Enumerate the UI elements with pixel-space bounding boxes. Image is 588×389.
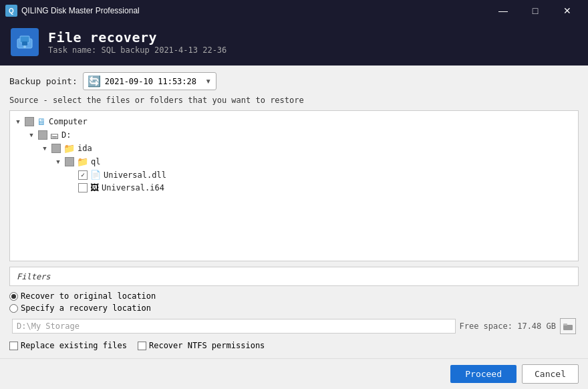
expand-computer[interactable]: ▼ xyxy=(13,116,23,127)
drive-icon: 🖴 xyxy=(50,130,59,140)
file-icon-i64: 🖼 xyxy=(90,182,99,192)
expand-ql[interactable]: ▼ xyxy=(53,156,63,167)
svg-rect-2 xyxy=(22,41,27,45)
filters-section: Filters xyxy=(9,267,579,286)
tree-row-universal-dll: 📄 Universal.dll xyxy=(13,168,575,181)
app-name: QILING Disk Master Professional xyxy=(21,6,140,15)
filters-label: Filters xyxy=(17,272,51,281)
svg-rect-4 xyxy=(563,325,573,330)
checkbox-ntfs-label: Recover NTFS permissions xyxy=(149,341,265,350)
checkbox-row: Replace existing files Recover NTFS perm… xyxy=(9,340,579,352)
close-button[interactable]: ✕ xyxy=(552,0,583,21)
svg-point-3 xyxy=(23,45,26,48)
tree-label-universal-dll: Universal.dll xyxy=(104,170,166,180)
checkbox-universal-dll[interactable] xyxy=(78,170,88,180)
radio-specify-label: Specify a recovery location xyxy=(21,303,151,313)
app-icon: Q xyxy=(5,5,17,17)
tree-label-ql: ql xyxy=(91,157,100,166)
proceed-button[interactable]: Proceed xyxy=(450,365,517,383)
recovery-options: Recover to original location Specify a r… xyxy=(9,291,579,313)
computer-icon: 🖥 xyxy=(37,116,46,127)
maximize-button[interactable]: □ xyxy=(520,0,551,21)
tree-label-d: D: xyxy=(61,130,71,140)
checkbox-ql[interactable] xyxy=(65,157,74,166)
expand-ida[interactable]: ▼ xyxy=(39,143,50,154)
minimize-button[interactable]: — xyxy=(488,0,519,21)
check-item-replace: Replace existing files xyxy=(9,341,127,350)
chevron-down-icon: ▼ xyxy=(205,78,212,85)
svg-rect-5 xyxy=(563,323,567,326)
radio-row-original: Recover to original location xyxy=(9,291,579,301)
path-row: Free space: 17.48 GB xyxy=(9,318,579,334)
header-icon xyxy=(11,28,39,56)
tree-label-universal-i64: Universal.i64 xyxy=(102,183,164,192)
tree-row-ql: ▼ 📁 ql xyxy=(13,155,575,168)
backup-point-row: Backup point: 🔄 2021-09-10 11:53:28 ▼ xyxy=(9,72,579,90)
checkbox-replace[interactable] xyxy=(9,342,18,350)
browse-button[interactable] xyxy=(560,318,576,334)
checkbox-universal-i64[interactable] xyxy=(78,183,88,192)
expand-d[interactable]: ▼ xyxy=(26,130,37,140)
folder-icon-ql: 📁 xyxy=(77,156,88,167)
backup-point-label: Backup point: xyxy=(9,76,78,86)
tree-label-computer: Computer xyxy=(49,117,88,126)
file-tree[interactable]: ▼ 🖥 Computer ▼ 🖴 D: ▼ 📁 ida ▼ xyxy=(9,110,579,261)
cancel-button[interactable]: Cancel xyxy=(522,364,579,384)
tree-row-d: ▼ 🖴 D: xyxy=(13,128,575,142)
tree-row-ida: ▼ 📁 ida xyxy=(13,142,575,155)
header-text: File recovery Task name: SQL backup 2021… xyxy=(48,29,227,55)
page-title: File recovery xyxy=(48,29,227,45)
free-space-text: Free space: 17.48 GB xyxy=(460,321,557,331)
titlebar: Q QILING Disk Master Professional — □ ✕ xyxy=(0,0,588,21)
checkbox-replace-label: Replace existing files xyxy=(21,341,127,350)
tree-row-universal-i64: 🖼 Universal.i64 xyxy=(13,181,575,194)
file-icon-dll: 📄 xyxy=(90,170,101,180)
path-input[interactable] xyxy=(12,319,456,334)
checkbox-computer[interactable] xyxy=(25,117,34,126)
check-item-ntfs: Recover NTFS permissions xyxy=(138,341,265,350)
radio-row-specify: Specify a recovery location xyxy=(9,303,579,313)
backup-point-select[interactable]: 🔄 2021-09-10 11:53:28 ▼ xyxy=(83,72,216,90)
checkbox-ida[interactable] xyxy=(51,144,61,153)
backup-select-icon: 🔄 xyxy=(88,75,101,88)
checkbox-ntfs[interactable] xyxy=(138,342,146,350)
source-label: Source - select the files or folders tha… xyxy=(9,96,579,105)
radio-specify-location[interactable] xyxy=(9,304,18,313)
task-name: Task name: SQL backup 2021-4-13 22-36 xyxy=(48,45,227,55)
tree-label-ida: ida xyxy=(78,144,92,153)
header: File recovery Task name: SQL backup 2021… xyxy=(0,21,588,66)
tree-row-computer: ▼ 🖥 Computer xyxy=(13,115,575,128)
backup-select-value: 2021-09-10 11:53:28 xyxy=(105,77,201,86)
titlebar-left: Q QILING Disk Master Professional xyxy=(5,5,140,17)
bottom-bar: Proceed Cancel xyxy=(0,358,588,389)
content-area: Backup point: 🔄 2021-09-10 11:53:28 ▼ So… xyxy=(0,66,588,358)
radio-original-location[interactable] xyxy=(9,292,18,301)
checkbox-d[interactable] xyxy=(38,130,47,140)
folder-icon-ida: 📁 xyxy=(63,143,75,154)
radio-original-label: Recover to original location xyxy=(21,291,156,301)
titlebar-controls: — □ ✕ xyxy=(488,0,583,21)
